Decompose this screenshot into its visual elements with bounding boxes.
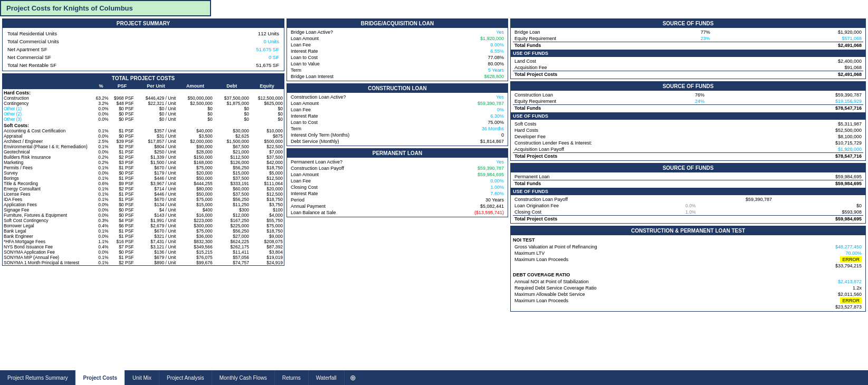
list-item: $33,794,215 xyxy=(513,263,863,269)
tab-label: Project Returns Summary xyxy=(7,375,68,381)
table-row: Other (3)0.0%$0 PSF$0 / Unit$0$0$0 xyxy=(3,117,284,122)
list-item: Loan Amount$59,390,787 xyxy=(289,100,505,107)
summary-row-value: 112 Units xyxy=(192,30,281,37)
table-row: Furniture, Fixtures & Equipment0.0%$0 PS… xyxy=(3,213,284,218)
table-row: Application Fees0.0%$0 PSF$134 / Unit$15… xyxy=(3,202,284,207)
source-funds-construction-section: SOURCE OF FUNDS Construction Loan76%$59,… xyxy=(510,81,866,161)
list-item: Term36 Months xyxy=(289,126,505,132)
summary-row-label: Net Apartment SF xyxy=(6,46,190,53)
list-item: Net Apartment SF 51,675 SF xyxy=(6,46,281,53)
list-item: Bridge Loan77%$1,920,000 xyxy=(513,29,863,35)
list-item: Loan Fee0.00% xyxy=(289,42,505,48)
list-item: Acquisition Fee$91,068 xyxy=(513,64,863,71)
table-row: Survey0.0%$0 PSF$179 / Unit$20,000$15,00… xyxy=(3,170,284,176)
table-row: Accounting & Cost Certification0.1%$1 PS… xyxy=(3,128,284,133)
summary-row-label: Total Residential Units xyxy=(6,30,190,37)
list-item: Bridge Loan Active?Yes xyxy=(289,29,505,35)
add-tab-button[interactable]: ⊕ xyxy=(345,370,361,385)
table-row: Appraisal0.0%$0 PSF$31 / Unit$3,500$2,62… xyxy=(3,133,284,139)
list-item: Annual NOI at Point of Stabilization$2,4… xyxy=(513,278,863,285)
list-item: Closing Cost1.0%$593,908 xyxy=(513,209,863,216)
loan-test-header: CONSTRUCTION & PERMANENT LOAN TEST xyxy=(511,226,865,235)
list-item: Total Funds$2,491,068 xyxy=(513,42,863,49)
list-item: Annual Payment$5,082,441 xyxy=(289,203,505,209)
list-item: Net Commercial SF 0 SF xyxy=(6,54,281,61)
project-summary-section: PROJECT SUMMARY Total Residential Units … xyxy=(2,18,284,71)
tab-unit-mix[interactable]: Unit Mix xyxy=(125,370,159,385)
table-row: License Fees0.1%$1 PSF$446 / Unit$50,000… xyxy=(3,191,284,197)
construction-loan-section: CONSTRUCTION LOAN Construction Loan Acti… xyxy=(287,83,508,146)
list-item: Land Cost$2,400,000 xyxy=(513,58,863,64)
list-item: Total Project Costs$59,984,695 xyxy=(513,216,863,223)
list-item: Equity Requirement23%$571,068 xyxy=(513,35,863,42)
total-project-costs-section: TOTAL PROJECT COSTS % PSF Per Unit Amoun… xyxy=(2,73,284,266)
summary-row-value: 51,675 SF xyxy=(192,62,281,69)
noi-error-badge: ERROR xyxy=(840,256,862,263)
list-item: Total Funds$78,547,716 xyxy=(513,105,863,112)
table-row: Other (1)0.0%$0 PSF$0 / Unit$0$0$0 xyxy=(3,106,284,111)
list-item: Permanent Loan$59,984,695 xyxy=(513,174,863,180)
source-funds-bridge-header: SOURCE OF FUNDS xyxy=(511,19,865,28)
list-item: Equity Requirement24%$19,156,929 xyxy=(513,98,863,105)
list-item: Developer Fee$8,100,000 xyxy=(513,133,863,140)
tab-waterfall[interactable]: Waterfall xyxy=(309,370,345,385)
list-item: Total Net Rentable SF 51,675 SF xyxy=(6,62,281,69)
list-item: Loan to Cost75.00% xyxy=(289,119,505,126)
list-item: Gross Valuation at Point of Refinancing$… xyxy=(513,244,863,250)
list-item: Total Residential Units 112 Units xyxy=(6,30,281,37)
list-item: Total Project Costs$78,547,716 xyxy=(513,153,863,160)
list-item: Closing Cost1.00% xyxy=(289,184,505,190)
tab-label: Project Analysis xyxy=(167,375,204,381)
source-funds-permanent-header: SOURCE OF FUNDS xyxy=(511,163,865,172)
tab-project-analysis[interactable]: Project Analysis xyxy=(159,370,212,385)
list-item: Required Debt Service Coverage Ratio1.2x xyxy=(513,285,863,291)
tab-monthly-cash-flows[interactable]: Monthly Cash Flows xyxy=(212,370,275,385)
list-item: Period30 Years xyxy=(289,197,505,203)
source-funds-permanent-section: SOURCE OF FUNDS Permanent Loan$59,984,69… xyxy=(510,163,866,224)
tab-label: Project Costs xyxy=(83,375,117,381)
loan-test-section: CONSTRUCTION & PERMANENT LOAN TEST NOI T… xyxy=(510,226,866,312)
project-summary-header: PROJECT SUMMARY xyxy=(3,19,284,28)
list-item: Loan to Cost77.08% xyxy=(289,54,505,61)
table-row: Architect / Engineer2.5%$39 PSF$17,857 /… xyxy=(3,139,284,144)
dcr-header: DEBT COVERAGE RATIO xyxy=(513,271,863,278)
total-project-costs-header: TOTAL PROJECT COSTS xyxy=(3,74,284,83)
permanent-loan-section: PERMANENT LOAN Permanent Loan Active?Yes… xyxy=(287,148,508,217)
table-row: Soft Cost Contingency0.3%$4 PSF$1,991 / … xyxy=(3,218,284,223)
construction-loan-header: CONSTRUCTION LOAN xyxy=(287,84,508,93)
table-row: Permits / Fees0.1%$1 PSF$670 / Unit$75,0… xyxy=(3,165,284,170)
list-item: Maximum LTV70.00% xyxy=(513,250,863,256)
list-item: Loan Fee0.00% xyxy=(289,178,505,184)
list-item: Maximum Loan Proceeds ERROR xyxy=(513,297,863,304)
list-item: Total Project Costs$2,491,068 xyxy=(513,71,863,78)
use-funds-construction-header: USE OF FUNDS xyxy=(511,112,865,120)
list-item: Construction Loan Active?Yes xyxy=(289,94,505,100)
table-row: SONYMA MIP (Annual Fee)0.1%$1 PSF$679 / … xyxy=(3,255,284,260)
table-row: Bank Engineer0.0%$1 PSF$321 / Unit$36,00… xyxy=(3,234,284,239)
list-item: Soft Costs$5,311,987 xyxy=(513,121,863,127)
table-row: Geotechnical0.0%$1 PSF$250 / Unit$28,000… xyxy=(3,149,284,155)
permanent-loan-header: PERMANENT LOAN xyxy=(287,149,508,158)
noi-test-header: NOI TEST xyxy=(513,236,863,244)
tab-returns[interactable]: Returns xyxy=(275,370,309,385)
page-title: Project Costs for Knights of Columbus xyxy=(0,0,211,16)
list-item: Interest Rate6.30% xyxy=(289,113,505,119)
list-item: Term5 Years xyxy=(289,67,505,73)
source-funds-construction-header: SOURCE OF FUNDS xyxy=(511,82,865,91)
list-item: Loan Fee0% xyxy=(289,107,505,113)
tab-project-costs[interactable]: Project Costs xyxy=(75,370,125,385)
table-row: Builders Risk Insurance0.2%$2 PSF$1,339 … xyxy=(3,155,284,160)
table-row: SONYMA Application Fee0.0%$0 PSF$136 / U… xyxy=(3,249,284,255)
tab-label: Returns xyxy=(282,375,301,381)
table-row: Bank Legal0.1%$1 PSF$670 / Unit$75,000$5… xyxy=(3,228,284,234)
dcr-error-badge: ERROR xyxy=(840,297,862,304)
use-funds-bridge-header: USE OF FUNDS xyxy=(511,50,865,57)
tab-label: Unit Mix xyxy=(132,375,151,381)
table-row: Environmental (Phase I & II; Remediation… xyxy=(3,144,284,149)
summary-row-label: Total Net Rentable SF xyxy=(6,62,190,69)
tab-project-returns-summary[interactable]: Project Returns Summary xyxy=(0,370,75,385)
source-funds-bridge-section: SOURCE OF FUNDS Bridge Loan77%$1,920,000… xyxy=(510,18,866,79)
table-row: Signage Fee0.0%$0 PSF$4 / Unit$400$300$1… xyxy=(3,207,284,213)
list-item: Total Funds$59,984,695 xyxy=(513,180,863,187)
bridge-loan-section: BRIDGE/ACQUISITION LOAN Bridge Loan Acti… xyxy=(287,18,508,81)
